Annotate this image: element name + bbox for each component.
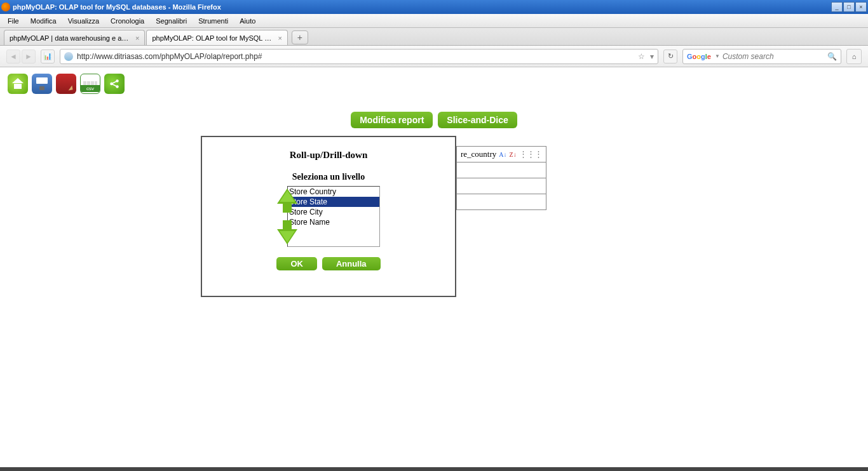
bookmark-star-icon[interactable]: ☆ [638,52,645,61]
dialog-subtitle: Seleziona un livello [215,172,442,182]
table-cell [457,178,546,194]
rollup-drilldown-dialog: Roll-up/Drill-down Seleziona un livello … [201,136,456,297]
tab-label: phpMyOLAP | data warehousing e analisi .… [10,34,130,42]
cancel-button[interactable]: Annulla [322,257,381,270]
level-selector-row: Store CountryStore StateStore CityStore … [215,186,442,247]
dialog-title: Roll-up/Drill-down [215,150,442,161]
menu-edit[interactable]: Modifica [25,16,62,26]
search-engine-dropdown-icon[interactable]: ▼ [715,53,720,59]
menu-file[interactable]: File [3,16,24,26]
rollup-arrow-button[interactable] [277,189,297,204]
nav-toolbar: ◄ ► 📊 ☆ ▾ ↻ Google ▼ 🔍 ⌂ [0,46,868,67]
new-tab-button[interactable]: + [292,30,308,44]
level-option[interactable]: Store State [288,197,379,207]
search-bar[interactable]: Google ▼ 🔍 [682,49,841,64]
column-header[interactable]: re_country A↓ Z↓ ⋮⋮⋮ [461,149,542,159]
reload-button[interactable]: ↻ [663,50,677,63]
search-submit-icon[interactable]: 🔍 [827,52,837,61]
ok-button[interactable]: OK [276,257,317,270]
table-cell [457,163,546,178]
browser-tab-1[interactable]: phpMyOLAP: OLAP tool for MySQL datab... … [146,30,287,45]
firefox-icon [1,3,10,11]
window-controls: _ □ × [831,2,867,12]
home-button[interactable]: ⌂ [846,49,862,64]
google-icon: Google [687,53,711,60]
menu-bookmarks[interactable]: Segnalibri [151,16,192,26]
bars-icon: 📊 [43,52,52,60]
share-button[interactable] [104,74,125,94]
tab-close-icon[interactable]: × [278,34,281,42]
share-icon [109,78,120,90]
save-icon-button[interactable] [32,74,52,94]
drilldown-arrow-button[interactable] [277,229,297,244]
csv-label: csv [81,85,100,92]
back-button[interactable]: ◄ [6,50,20,63]
search-input[interactable] [722,52,827,61]
window-titlebar: phpMyOLAP: OLAP tool for MySQL databases… [0,0,868,14]
column-menu-icon[interactable]: ⋮⋮⋮ [519,149,542,159]
tab-label: phpMyOLAP: OLAP tool for MySQL datab... [152,34,273,42]
sort-asc-icon[interactable]: A↓ [499,151,506,158]
url-input[interactable] [77,52,638,61]
menu-bar: File Modifica Visualizza Cronologia Segn… [0,14,868,28]
level-option[interactable]: Store Country [288,187,379,197]
history-dropdown-button[interactable]: 📊 [41,50,55,63]
window-title: phpMyOLAP: OLAP tool for MySQL databases… [13,3,831,11]
pdf-export-button[interactable] [56,74,76,94]
maximize-button[interactable]: □ [843,2,855,12]
svg-line-3 [112,81,116,83]
minimize-button[interactable]: _ [831,2,843,12]
modify-report-button[interactable]: Modifica report [351,112,433,128]
level-listbox[interactable]: Store CountryStore StateStore CityStore … [287,186,380,247]
forward-button[interactable]: ► [22,50,36,63]
column-header-label: re_country [461,149,496,159]
menu-view[interactable]: Visualizza [63,16,104,26]
home-icon-button[interactable] [8,74,28,94]
url-bar[interactable]: ☆ ▾ [60,49,658,64]
tab-close-icon[interactable]: × [135,34,139,42]
tab-bar: phpMyOLAP | data warehousing e analisi .… [0,28,868,46]
dropdown-icon[interactable]: ▾ [650,52,654,61]
slice-dice-button[interactable]: Slice-and-Dice [438,112,517,128]
export-toolbar: csv [0,67,868,100]
url-extras: ☆ ▾ [638,52,654,61]
sort-desc-icon[interactable]: Z↓ [510,151,517,158]
browser-tab-0[interactable]: phpMyOLAP | data warehousing e analisi .… [4,30,145,45]
action-row: Modifica report Slice-and-Dice [0,112,868,128]
menu-tools[interactable]: Strumenti [193,16,233,26]
page-content: csv Modifica report Slice-and-Dice re_co… [0,67,868,467]
globe-icon [64,52,73,61]
table-cell [457,194,546,210]
dialog-buttons: OK Annulla [215,257,442,270]
menu-history[interactable]: Cronologia [105,16,149,26]
close-button[interactable]: × [855,2,867,12]
svg-line-4 [112,84,116,86]
level-option[interactable]: Store Name [288,217,379,227]
report-table: re_country A↓ Z↓ ⋮⋮⋮ [456,146,546,210]
csv-export-button[interactable]: csv [80,74,100,94]
nav-arrows: ◄ ► [6,50,36,63]
bottom-strip [0,467,868,471]
level-option[interactable]: Store City [288,207,379,217]
menu-help[interactable]: Aiuto [234,16,261,26]
